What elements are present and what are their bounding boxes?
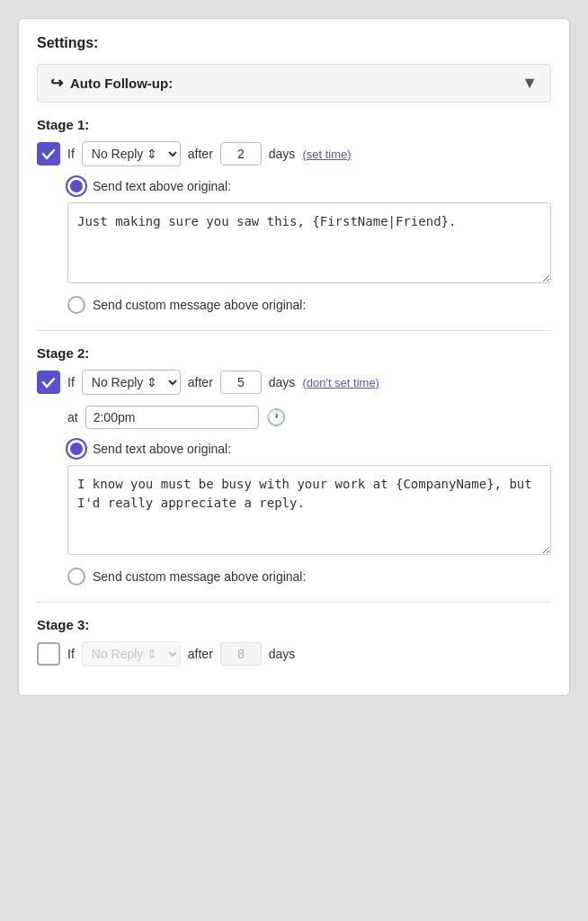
stage-2-time-input[interactable] <box>85 406 259 429</box>
stage-2-days-input[interactable] <box>220 371 262 394</box>
stage-1-send-text-label: Send text above original: <box>93 179 231 193</box>
stage-1-condition-row: If No Reply ⇕ after days (set time) <box>37 141 551 166</box>
auto-followup-text: Auto Follow-up: <box>70 76 173 91</box>
stage-2-title: Stage 2: <box>37 345 551 361</box>
stage-1-checkbox[interactable] <box>37 142 60 165</box>
auto-followup-header[interactable]: ↪ Auto Follow-up: ▼ <box>37 64 551 103</box>
stage-2-checkbox[interactable] <box>37 371 60 394</box>
stage-2-after-label: after <box>188 375 213 389</box>
stage-1-set-time-link[interactable]: (set time) <box>302 148 351 161</box>
stage-1-custom-radio[interactable] <box>67 296 85 314</box>
stage-1-send-text-row: Send text above original: <box>67 177 551 195</box>
stage-2-message-textarea[interactable]: I know you must be busy with your work a… <box>67 465 551 555</box>
stage-1-if-label: If <box>67 147 75 161</box>
stage-3-days-input <box>220 642 262 666</box>
stage-3-after-label: after <box>188 647 213 661</box>
stage-2-send-text-row: Send text above original: <box>67 440 551 458</box>
stage-1-section: Stage 1: If No Reply ⇕ after days (set t… <box>37 117 551 314</box>
stage-1-message-textarea[interactable]: Just making sure you saw this, {FirstNam… <box>67 202 551 283</box>
stage-3-condition-row: If No Reply ⇕ after days <box>37 641 551 666</box>
stage-2-divider <box>37 602 551 603</box>
settings-panel: Settings: ↪ Auto Follow-up: ▼ Stage 1: I… <box>18 18 570 696</box>
stage-2-custom-radio[interactable] <box>67 568 85 586</box>
stage-1-after-label: after <box>188 147 213 161</box>
stage-3-checkbox[interactable] <box>37 642 60 666</box>
stage-3-if-label: If <box>67 647 75 661</box>
clock-icon[interactable]: 🕐 <box>266 407 286 427</box>
stage-1-days-input[interactable] <box>220 142 262 165</box>
stage-1-condition-select[interactable]: No Reply ⇕ <box>82 141 181 166</box>
stage-2-if-label: If <box>67 375 75 389</box>
stage-1-custom-label: Send custom message above original: <box>93 298 306 312</box>
stage-2-custom-label: Send custom message above original: <box>93 569 306 584</box>
stage-2-send-text-label: Send text above original: <box>93 442 231 456</box>
stage-1-title: Stage 1: <box>37 117 551 132</box>
stage-2-at-row: at 🕐 <box>67 406 551 429</box>
stage-2-send-text-radio[interactable] <box>67 440 85 458</box>
auto-followup-label: ↪ Auto Follow-up: <box>50 74 173 93</box>
stage-2-section: Stage 2: If No Reply ⇕ after days (don't… <box>37 345 551 586</box>
stage-1-divider <box>37 330 551 331</box>
stage-3-section: Stage 3: If No Reply ⇕ after days <box>37 617 551 666</box>
chevron-down-icon: ▼ <box>521 74 538 93</box>
stage-3-title: Stage 3: <box>37 617 551 632</box>
stage-3-days-label: days <box>269 647 296 661</box>
stage-1-days-label: days <box>269 147 296 161</box>
stage-2-condition-select[interactable]: No Reply ⇕ <box>82 370 181 395</box>
stage-2-condition-row: If No Reply ⇕ after days (don't set time… <box>37 370 551 395</box>
stage-2-at-label: at <box>67 410 78 425</box>
arrow-icon: ↪ <box>50 74 63 93</box>
stage-2-custom-row: Send custom message above original: <box>67 568 551 586</box>
stage-1-custom-row: Send custom message above original: <box>67 296 551 314</box>
stage-3-condition-select: No Reply ⇕ <box>82 641 181 666</box>
stage-1-send-text-radio[interactable] <box>67 177 85 195</box>
stage-2-set-time-link[interactable]: (don't set time) <box>302 376 379 389</box>
settings-title: Settings: <box>37 35 551 51</box>
stage-2-days-label: days <box>269 375 296 389</box>
